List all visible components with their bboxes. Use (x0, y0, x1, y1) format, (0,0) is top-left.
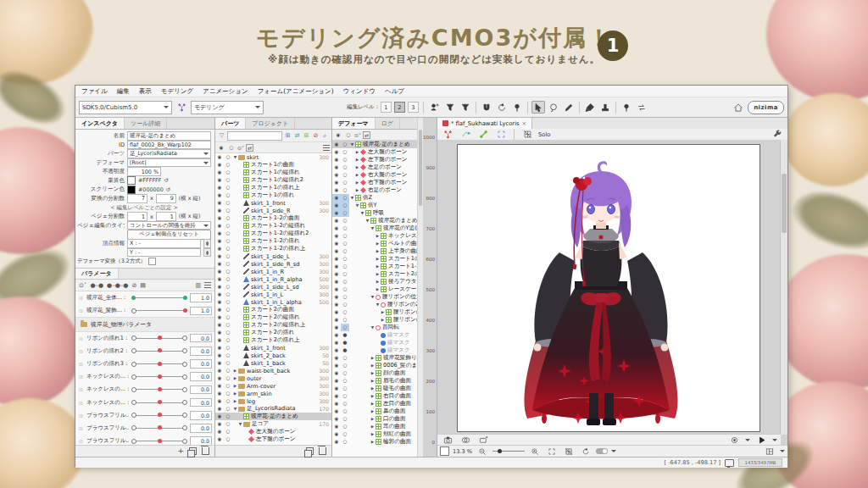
tree-row[interactable]: ◉ ○ スカート2の縦揺れ上 (215, 321, 331, 329)
lock-icon[interactable]: ○ (341, 293, 349, 301)
search-icon[interactable]: ⌕ (321, 132, 329, 140)
visibility-eye-icon[interactable]: ◉ (215, 390, 224, 397)
fit-view-icon[interactable] (494, 128, 508, 141)
expand-arrow-icon[interactable]: ▶ (354, 173, 360, 177)
lock-icon[interactable]: ○ (224, 169, 232, 176)
expand-arrow-icon[interactable]: ▼ (354, 203, 360, 208)
panel-menu-icon[interactable] (204, 282, 211, 288)
tree-row[interactable]: ◉ ○ skirt_1_back 50 (215, 359, 331, 367)
brush-tool-icon[interactable] (583, 101, 597, 114)
visibility-eye-icon[interactable]: ◉ (215, 176, 224, 184)
expand-arrow-icon[interactable]: ▶ (370, 371, 376, 375)
expand-arrow-icon[interactable]: ▶ (370, 394, 376, 398)
lock-icon[interactable]: ○ (341, 385, 349, 392)
tree-row[interactable]: ◉ ○ skirt_1_front 300 (215, 344, 331, 352)
visibility-eye-icon[interactable]: ◉ (215, 435, 224, 443)
tree-row[interactable]: ◉ ○ スカート1-2の縦揺れ (215, 222, 331, 230)
visibility-eye-icon[interactable]: ◉ (215, 214, 224, 222)
parameter-slider[interactable] (131, 294, 187, 302)
lock-icon[interactable]: ○ (224, 291, 232, 298)
visibility-eye-icon[interactable]: ◉ (215, 275, 224, 283)
tree-row[interactable]: ◉ ○ ▶ 腰リボンの曲面 (332, 308, 417, 316)
expand-arrow-icon[interactable]: ▼ (375, 302, 381, 307)
canvas-viewport[interactable] (437, 140, 781, 435)
parameter-value[interactable]: 0.0 (190, 398, 212, 408)
visibility-eye-icon[interactable]: ◉ (332, 232, 341, 240)
tree-row[interactable]: ◉ ○ skirt_2_back 50 (215, 352, 331, 359)
visibility-eye-icon[interactable]: ◉ (215, 153, 224, 161)
tree-row[interactable]: ◉ ○ ▶ スカート1の曲面 (332, 255, 417, 263)
mode-select[interactable]: モデリング (191, 101, 264, 114)
menu-item[interactable]: 編集 (117, 87, 130, 96)
expand-arrow-icon[interactable]: ▼ (364, 219, 370, 223)
expand-arrow-icon[interactable]: ▶ (232, 384, 238, 388)
tree-row[interactable]: ◉ ○ スカート1-2の揺れ上 (215, 245, 331, 252)
visibility-eye-icon[interactable]: ◉ (332, 354, 341, 362)
lock-icon[interactable]: ○ (341, 202, 349, 209)
book-icon[interactable]: ▥ (195, 282, 201, 289)
visibility-eye-icon[interactable]: ◉ (332, 263, 341, 270)
expand-arrow-icon[interactable]: ▶ (370, 379, 376, 383)
block-red-icon[interactable]: ⊘ (312, 132, 320, 140)
lock-icon[interactable]: ○ (224, 176, 232, 184)
parameter-slider[interactable] (131, 412, 187, 419)
tree-row[interactable]: ◉ ○ ▶ 左足のボーン (332, 164, 417, 171)
tree-row[interactable]: ◉ ○ ▶ 左大腿のボーン (332, 148, 417, 156)
expand-arrow-icon[interactable]: ▶ (370, 432, 376, 436)
parameter-group-row[interactable]: 彼岸花_物理パラメータ (75, 317, 214, 331)
tree-row[interactable]: ◉ ○ ▶ スカート1-2の曲面 (332, 263, 417, 270)
tree-row[interactable]: ◉ ○ skirt_1_front 300 (215, 199, 331, 207)
lock-icon[interactable]: ○ (341, 400, 349, 408)
quality-toggle[interactable] (596, 448, 608, 454)
visibility-eye-icon[interactable]: ◉ (215, 245, 224, 252)
tree-row[interactable]: ◉ ● 線マスク (332, 347, 417, 354)
spinner-control[interactable]: ▲▼ (203, 239, 211, 248)
tree-row[interactable]: ◉ ○ skirt_1_side_R 300 (215, 207, 331, 214)
chevron-down-icon[interactable] (772, 439, 777, 441)
delete-parameter-icon[interactable] (202, 447, 209, 455)
menu-item[interactable]: ヘルプ (385, 87, 404, 96)
deformer-select[interactable]: [Root] (127, 158, 211, 168)
lock-icon[interactable]: ○ (341, 232, 349, 240)
vertex-x-field[interactable]: X : - (127, 239, 201, 248)
tree-row[interactable]: ◉ ○ ▼ 彼岸花のY追従 (332, 225, 417, 232)
tree-row[interactable]: ◉ ○ skirt_1_in_R 300 (215, 268, 331, 275)
visibility-eye-icon[interactable]: ◉ (332, 148, 341, 156)
lock-icon[interactable]: ○ (224, 390, 232, 397)
key-indicator-icon[interactable]: ⊙ (78, 361, 84, 367)
lock-icon[interactable]: ○ (341, 286, 349, 293)
expand-arrow-icon[interactable]: ▶ (370, 409, 376, 413)
lock-icon[interactable]: ○ (224, 191, 232, 199)
vertex-edit-icon[interactable] (562, 101, 576, 114)
expand-arrow-icon[interactable]: ▶ (354, 188, 360, 192)
tree-row[interactable]: ◉ ○ ▼ 彼岸花-足のまとめ (332, 141, 417, 148)
tree-row[interactable]: ◉ ○ ▶ 眉毛の曲面 (332, 377, 417, 385)
visibility-eye-icon[interactable]: ◉ (215, 184, 224, 191)
visibility-eye-icon[interactable]: ◉ (215, 352, 224, 359)
solo-label[interactable]: Solo (538, 131, 551, 138)
lock-icon[interactable]: ○ (224, 321, 232, 329)
tree-row[interactable]: ◉ ○ スカート1の揺れ (215, 191, 331, 199)
visibility-eye-icon[interactable]: ◉ (332, 369, 341, 377)
zoom-in-icon[interactable] (528, 445, 542, 458)
screen-color-swatch[interactable] (127, 186, 136, 194)
multiply-color-swatch[interactable] (127, 176, 136, 185)
swap-teal-icon[interactable]: ⇄ (293, 132, 301, 140)
expand-column-icon[interactable]: ⇄ (363, 131, 370, 139)
menu-item[interactable]: アニメーション (203, 87, 248, 96)
lock-icon[interactable]: ○ (341, 148, 349, 156)
tree-row[interactable]: ◉ ○ ▶ スカート2の曲面 (332, 270, 417, 278)
visibility-eye-icon[interactable]: ◉ (332, 247, 341, 255)
lock-icon[interactable]: ○ (224, 359, 232, 367)
visibility-eye-icon[interactable]: ◉ (332, 270, 341, 278)
visibility-eye-icon[interactable]: ◉ (332, 179, 341, 186)
tree-row[interactable]: ◉ ○ 彼岸花-足のまとめ (215, 413, 331, 420)
tree-row[interactable]: ◉ ○ ▶ 右下腿のボーン (332, 179, 417, 186)
visibility-eye-icon[interactable]: ◉ (332, 347, 341, 354)
visibility-eye-icon[interactable]: ◉ (332, 141, 341, 148)
tree-row[interactable]: ◉ ○ skirt_1_side_L 300 (215, 252, 331, 260)
expand-arrow-icon[interactable]: ▶ (375, 280, 381, 284)
tree-row[interactable]: ◉ ○ ▶ 鼻の曲面 (332, 408, 417, 415)
lock-icon[interactable]: ○ (224, 405, 232, 413)
lock-icon[interactable]: ○ (224, 184, 232, 191)
